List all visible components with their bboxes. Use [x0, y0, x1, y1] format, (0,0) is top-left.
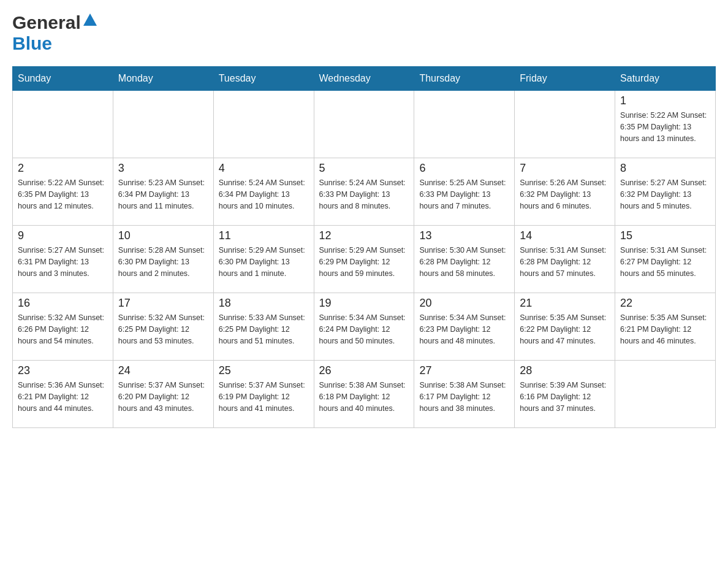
day-info: Sunrise: 5:38 AM Sunset: 6:18 PM Dayligh… [319, 380, 409, 414]
day-number: 11 [219, 229, 309, 242]
day-info: Sunrise: 5:37 AM Sunset: 6:20 PM Dayligh… [118, 380, 208, 414]
day-info: Sunrise: 5:34 AM Sunset: 6:24 PM Dayligh… [319, 312, 409, 347]
day-number: 12 [319, 229, 409, 242]
calendar-cell: 6Sunrise: 5:25 AM Sunset: 6:33 PM Daylig… [414, 158, 515, 226]
calendar-cell: 25Sunrise: 5:37 AM Sunset: 6:19 PM Dayli… [213, 361, 314, 428]
calendar-cell: 16Sunrise: 5:32 AM Sunset: 6:26 PM Dayli… [13, 293, 113, 361]
day-of-week-header: Saturday [615, 67, 716, 91]
calendar-cell: 2Sunrise: 5:22 AM Sunset: 6:35 PM Daylig… [13, 158, 113, 226]
day-number: 4 [219, 162, 309, 175]
day-of-week-header: Tuesday [213, 67, 314, 91]
day-number: 20 [419, 297, 509, 310]
calendar-cell: 19Sunrise: 5:34 AM Sunset: 6:24 PM Dayli… [314, 293, 414, 361]
day-info: Sunrise: 5:33 AM Sunset: 6:25 PM Dayligh… [219, 312, 309, 347]
day-number: 2 [18, 162, 108, 175]
day-info: Sunrise: 5:34 AM Sunset: 6:23 PM Dayligh… [419, 312, 509, 347]
day-number: 8 [620, 162, 710, 175]
calendar-cell [414, 91, 515, 158]
day-info: Sunrise: 5:36 AM Sunset: 6:21 PM Dayligh… [18, 380, 108, 414]
calendar-cell: 7Sunrise: 5:26 AM Sunset: 6:32 PM Daylig… [515, 158, 615, 226]
days-of-week-row: SundayMondayTuesdayWednesdayThursdayFrid… [13, 67, 716, 91]
day-number: 7 [520, 162, 610, 175]
svg-marker-0 [83, 13, 97, 26]
day-of-week-header: Thursday [414, 67, 515, 91]
calendar-cell: 21Sunrise: 5:35 AM Sunset: 6:22 PM Dayli… [515, 293, 615, 361]
calendar-cell: 22Sunrise: 5:35 AM Sunset: 6:21 PM Dayli… [615, 293, 716, 361]
calendar-cell [615, 361, 716, 428]
day-number: 9 [18, 229, 108, 242]
calendar-cell: 10Sunrise: 5:28 AM Sunset: 6:30 PM Dayli… [113, 226, 213, 293]
calendar-cell [13, 91, 113, 158]
calendar-cell: 14Sunrise: 5:31 AM Sunset: 6:28 PM Dayli… [515, 226, 615, 293]
day-number: 22 [620, 297, 710, 310]
calendar-cell: 24Sunrise: 5:37 AM Sunset: 6:20 PM Dayli… [113, 361, 213, 428]
day-of-week-header: Wednesday [314, 67, 414, 91]
calendar-cell [113, 91, 213, 158]
day-number: 16 [18, 297, 108, 310]
calendar-cell: 5Sunrise: 5:24 AM Sunset: 6:33 PM Daylig… [314, 158, 414, 226]
day-info: Sunrise: 5:37 AM Sunset: 6:19 PM Dayligh… [219, 380, 309, 414]
calendar-week-row: 9Sunrise: 5:27 AM Sunset: 6:31 PM Daylig… [13, 226, 716, 293]
day-number: 5 [319, 162, 409, 175]
calendar-cell: 8Sunrise: 5:27 AM Sunset: 6:32 PM Daylig… [615, 158, 716, 226]
day-number: 24 [118, 364, 208, 377]
day-info: Sunrise: 5:31 AM Sunset: 6:28 PM Dayligh… [520, 245, 610, 279]
day-number: 10 [118, 229, 208, 242]
day-number: 15 [620, 229, 710, 242]
calendar-cell: 12Sunrise: 5:29 AM Sunset: 6:29 PM Dayli… [314, 226, 414, 293]
day-info: Sunrise: 5:27 AM Sunset: 6:31 PM Dayligh… [18, 245, 108, 279]
day-info: Sunrise: 5:32 AM Sunset: 6:26 PM Dayligh… [18, 312, 108, 347]
calendar-cell: 11Sunrise: 5:29 AM Sunset: 6:30 PM Dayli… [213, 226, 314, 293]
day-info: Sunrise: 5:28 AM Sunset: 6:30 PM Dayligh… [118, 245, 208, 279]
calendar-cell: 27Sunrise: 5:38 AM Sunset: 6:17 PM Dayli… [414, 361, 515, 428]
day-info: Sunrise: 5:24 AM Sunset: 6:33 PM Dayligh… [319, 177, 409, 212]
day-info: Sunrise: 5:29 AM Sunset: 6:29 PM Dayligh… [319, 245, 409, 279]
day-info: Sunrise: 5:25 AM Sunset: 6:33 PM Dayligh… [419, 177, 509, 212]
calendar-body: 1Sunrise: 5:22 AM Sunset: 6:35 PM Daylig… [13, 91, 716, 428]
calendar-cell: 23Sunrise: 5:36 AM Sunset: 6:21 PM Dayli… [13, 361, 113, 428]
calendar-cell: 9Sunrise: 5:27 AM Sunset: 6:31 PM Daylig… [13, 226, 113, 293]
day-info: Sunrise: 5:26 AM Sunset: 6:32 PM Dayligh… [520, 177, 610, 212]
day-number: 26 [319, 364, 409, 377]
logo-triangle-icon [83, 13, 97, 28]
calendar-header: SundayMondayTuesdayWednesdayThursdayFrid… [13, 67, 716, 91]
day-info: Sunrise: 5:32 AM Sunset: 6:25 PM Dayligh… [118, 312, 208, 347]
day-info: Sunrise: 5:35 AM Sunset: 6:22 PM Dayligh… [520, 312, 610, 347]
calendar-cell: 20Sunrise: 5:34 AM Sunset: 6:23 PM Dayli… [414, 293, 515, 361]
day-info: Sunrise: 5:22 AM Sunset: 6:35 PM Dayligh… [620, 110, 710, 144]
day-number: 25 [219, 364, 309, 377]
day-number: 13 [419, 229, 509, 242]
day-number: 1 [620, 94, 710, 107]
day-number: 17 [118, 297, 208, 310]
day-info: Sunrise: 5:27 AM Sunset: 6:32 PM Dayligh… [620, 177, 710, 212]
calendar-cell: 17Sunrise: 5:32 AM Sunset: 6:25 PM Dayli… [113, 293, 213, 361]
day-of-week-header: Friday [515, 67, 615, 91]
calendar-week-row: 1Sunrise: 5:22 AM Sunset: 6:35 PM Daylig… [13, 91, 716, 158]
day-info: Sunrise: 5:24 AM Sunset: 6:34 PM Dayligh… [219, 177, 309, 212]
logo-general-text: General [12, 12, 81, 33]
calendar-week-row: 23Sunrise: 5:36 AM Sunset: 6:21 PM Dayli… [13, 361, 716, 428]
day-info: Sunrise: 5:22 AM Sunset: 6:35 PM Dayligh… [18, 177, 108, 212]
calendar-cell: 13Sunrise: 5:30 AM Sunset: 6:28 PM Dayli… [414, 226, 515, 293]
calendar-cell: 26Sunrise: 5:38 AM Sunset: 6:18 PM Dayli… [314, 361, 414, 428]
day-number: 14 [520, 229, 610, 242]
calendar-cell [314, 91, 414, 158]
calendar-cell: 4Sunrise: 5:24 AM Sunset: 6:34 PM Daylig… [213, 158, 314, 226]
calendar-table: SundayMondayTuesdayWednesdayThursdayFrid… [12, 66, 716, 428]
logo: General Blue [12, 12, 97, 54]
day-number: 23 [18, 364, 108, 377]
calendar-week-row: 2Sunrise: 5:22 AM Sunset: 6:35 PM Daylig… [13, 158, 716, 226]
day-info: Sunrise: 5:39 AM Sunset: 6:16 PM Dayligh… [520, 380, 610, 414]
day-number: 3 [118, 162, 208, 175]
calendar-cell [213, 91, 314, 158]
day-number: 27 [419, 364, 509, 377]
page-header: General Blue [12, 12, 716, 54]
calendar-cell: 15Sunrise: 5:31 AM Sunset: 6:27 PM Dayli… [615, 226, 716, 293]
day-number: 21 [520, 297, 610, 310]
calendar-cell: 1Sunrise: 5:22 AM Sunset: 6:35 PM Daylig… [615, 91, 716, 158]
day-of-week-header: Monday [113, 67, 213, 91]
calendar-cell: 18Sunrise: 5:33 AM Sunset: 6:25 PM Dayli… [213, 293, 314, 361]
calendar-cell: 3Sunrise: 5:23 AM Sunset: 6:34 PM Daylig… [113, 158, 213, 226]
day-number: 28 [520, 364, 610, 377]
calendar-cell: 28Sunrise: 5:39 AM Sunset: 6:16 PM Dayli… [515, 361, 615, 428]
